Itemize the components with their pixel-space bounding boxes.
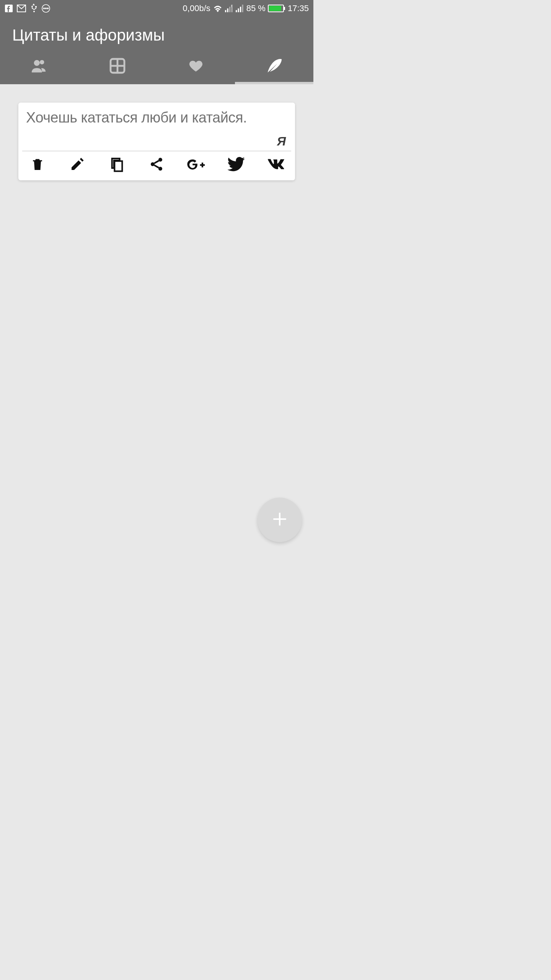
quote-text: Хочешь кататься люби и катайся. [24,109,289,126]
delete-button[interactable] [28,155,47,175]
tab-my-quotes[interactable] [235,49,313,84]
svg-point-3 [44,8,45,9]
net-speed: 0,00b/s [183,3,210,13]
svg-rect-8 [229,7,230,12]
trash-icon [31,156,44,174]
edit-button[interactable] [67,155,87,175]
svg-point-5 [47,8,49,9]
feather-icon [266,57,283,76]
pencil-icon [70,157,85,173]
googleplus-button[interactable] [186,155,206,175]
svg-rect-6 [225,10,226,12]
action-row [24,155,289,175]
wifi-icon [213,5,223,12]
status-bar: 0,00b/s ! 85 % 17:35 [0,0,313,17]
quote-card: Хочешь кататься люби и катайся. Я [18,103,295,180]
tab-bar [0,49,313,84]
page-title: Цитаты и афоризмы [12,26,301,44]
svg-rect-13 [240,7,241,12]
plus-icon [270,510,289,530]
heart-icon [187,58,204,75]
svg-rect-7 [227,8,228,12]
clock: 17:35 [288,3,309,13]
svg-rect-16 [269,6,281,11]
tab-categories[interactable] [78,49,157,84]
signal-2-icon [236,5,244,12]
svg-text:!: ! [231,5,231,8]
twitter-icon [227,157,245,173]
share-icon [149,157,164,173]
status-right: 0,00b/s ! 85 % 17:35 [183,3,309,13]
more-icon [41,4,51,13]
svg-rect-14 [242,5,243,12]
signal-1-icon: ! [225,5,233,12]
people-icon [29,57,49,76]
twitter-button[interactable] [226,155,246,175]
facebook-icon [5,4,13,13]
grid-icon [108,57,127,77]
share-button[interactable] [147,155,166,175]
svg-rect-12 [238,8,239,12]
gmail-icon [17,5,26,12]
svg-rect-17 [284,7,285,10]
status-left [5,3,51,13]
googleplus-icon [187,158,206,172]
add-quote-fab[interactable] [258,498,302,542]
tab-people[interactable] [0,49,78,84]
card-divider [22,151,291,151]
battery-percent: 85 % [246,3,266,13]
svg-point-25 [158,167,162,171]
quote-author: Я [24,134,289,149]
tab-favorites[interactable] [157,49,235,84]
content: Хочешь кататься люби и катайся. Я [0,84,313,554]
svg-point-4 [46,8,47,9]
svg-point-24 [151,162,155,166]
svg-point-19 [40,60,44,65]
svg-rect-11 [236,10,237,12]
copy-icon [109,156,125,174]
battery-icon [268,4,285,13]
svg-point-23 [158,158,162,162]
svg-point-18 [34,60,40,66]
vk-button[interactable] [266,155,286,175]
app-bar: Цитаты и афоризмы [0,17,313,49]
usb-icon [30,3,37,13]
copy-button[interactable] [107,155,127,175]
vk-icon [267,158,285,172]
